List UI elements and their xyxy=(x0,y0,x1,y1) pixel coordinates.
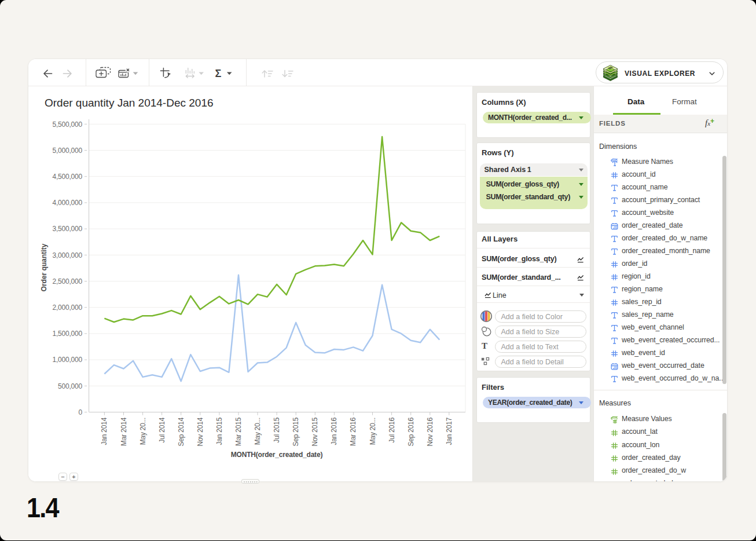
svg-text:3,500,000: 3,500,000 xyxy=(52,225,82,233)
svg-text:Jan 2015: Jan 2015 xyxy=(215,417,223,445)
svg-text:Nov 2016: Nov 2016 xyxy=(426,417,434,446)
svg-text:Sep 2014: Sep 2014 xyxy=(177,417,185,446)
svg-text:Jul 2014: Jul 2014 xyxy=(158,417,166,443)
svg-text:3,000,000: 3,000,000 xyxy=(52,251,82,259)
svg-text:Jan 2017: Jan 2017 xyxy=(445,417,453,445)
svg-text:Mar 2014: Mar 2014 xyxy=(120,417,128,446)
svg-text:4,000,000: 4,000,000 xyxy=(52,199,82,207)
svg-text:5,000,000: 5,000,000 xyxy=(52,147,82,155)
svg-text:1,500,000: 1,500,000 xyxy=(52,330,82,338)
svg-text:May 20...: May 20... xyxy=(369,418,377,445)
svg-text:MONTH(order_created_date): MONTH(order_created_date) xyxy=(231,451,323,459)
svg-text:May 20...: May 20... xyxy=(254,418,262,445)
svg-text:Sep 2016: Sep 2016 xyxy=(407,417,415,446)
svg-text:Order quantity: Order quantity xyxy=(40,243,48,291)
svg-text:500,000: 500,000 xyxy=(58,382,83,390)
svg-text:Mar 2016: Mar 2016 xyxy=(349,417,357,446)
svg-text:Jan 2014: Jan 2014 xyxy=(100,417,108,445)
svg-text:Nov 2015: Nov 2015 xyxy=(311,417,319,446)
svg-text:5,500,000: 5,500,000 xyxy=(52,120,82,129)
svg-text:Mar 2015: Mar 2015 xyxy=(234,417,243,446)
svg-text:Jul 2015: Jul 2015 xyxy=(273,417,281,443)
svg-text:0: 0 xyxy=(79,408,83,416)
svg-text:Σ: Σ xyxy=(215,68,222,79)
svg-text:1,000,000: 1,000,000 xyxy=(52,356,82,364)
svg-text:Jan 2016: Jan 2016 xyxy=(330,417,338,445)
svg-text:2,500,000: 2,500,000 xyxy=(52,277,82,286)
svg-text:May 20...: May 20... xyxy=(139,418,147,445)
svg-text:Jul 2016: Jul 2016 xyxy=(388,417,396,443)
svg-text:Sep 2015: Sep 2015 xyxy=(292,417,300,446)
svg-text:4,500,000: 4,500,000 xyxy=(52,173,82,181)
svg-text:Nov 2014: Nov 2014 xyxy=(196,417,204,446)
svg-text:2,000,000: 2,000,000 xyxy=(52,304,82,312)
